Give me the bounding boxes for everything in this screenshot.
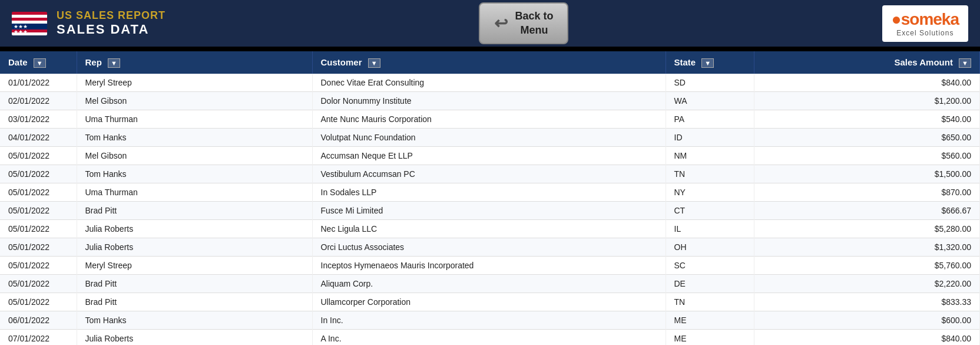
cell-state: SC bbox=[666, 257, 754, 275]
table-row: 01/01/2022Meryl StreepDonec Vitae Erat C… bbox=[0, 74, 980, 92]
cell-customer: Volutpat Nunc Foundation bbox=[312, 129, 666, 147]
filter-amount-button[interactable]: ▼ bbox=[959, 58, 971, 68]
cell-customer: Dolor Nonummy Institute bbox=[312, 92, 666, 110]
cell-amount: $840.00 bbox=[754, 330, 980, 345]
cell-customer: Nec Ligula LLC bbox=[312, 220, 666, 238]
table-row: 05/01/2022Uma ThurmanIn Sodales LLPNY$87… bbox=[0, 183, 980, 202]
cell-customer: A Inc. bbox=[312, 330, 666, 345]
col-header-rep: Rep ▼ bbox=[77, 51, 312, 74]
cell-rep: Uma Thurman bbox=[77, 110, 312, 129]
cell-rep: Julia Roberts bbox=[77, 238, 312, 257]
header: ★★★★★★ US SALES REPORT SALES DATA ↩ Back… bbox=[0, 0, 980, 47]
filter-rep-button[interactable]: ▼ bbox=[108, 58, 120, 68]
cell-amount: $2,220.00 bbox=[754, 275, 980, 293]
cell-date: 01/01/2022 bbox=[0, 74, 77, 92]
cell-date: 04/01/2022 bbox=[0, 129, 77, 147]
cell-rep: Brad Pitt bbox=[77, 202, 312, 220]
cell-state: ID bbox=[666, 129, 754, 147]
cell-amount: $5,280.00 bbox=[754, 220, 980, 238]
filter-customer-button[interactable]: ▼ bbox=[368, 58, 380, 68]
table-row: 05/01/2022Brad PittFusce Mi LimitedCT$66… bbox=[0, 202, 980, 220]
cell-customer: Donec Vitae Erat Consulting bbox=[312, 74, 666, 92]
filter-state-button[interactable]: ▼ bbox=[701, 58, 714, 68]
table-row: 05/01/2022Mel GibsonAccumsan Neque Et LL… bbox=[0, 147, 980, 165]
col-header-state: State ▼ bbox=[666, 51, 754, 74]
cell-customer: Ante Nunc Mauris Corporation bbox=[312, 110, 666, 129]
back-arrow-icon: ↩ bbox=[494, 14, 508, 33]
table-container: Date ▼ Rep ▼ Customer ▼ State ▼ Sales Am… bbox=[0, 51, 980, 345]
back-button-label: Back toMenu bbox=[515, 9, 553, 37]
cell-customer: In Sodales LLP bbox=[312, 183, 666, 202]
cell-customer: In Inc. bbox=[312, 311, 666, 330]
cell-rep: Tom Hanks bbox=[77, 129, 312, 147]
table-row: 06/01/2022Tom HanksIn Inc.ME$600.00 bbox=[0, 311, 980, 330]
cell-customer: Fusce Mi Limited bbox=[312, 202, 666, 220]
col-header-customer: Customer ▼ bbox=[312, 51, 666, 74]
cell-customer: Ullamcorper Corporation bbox=[312, 293, 666, 311]
cell-rep: Tom Hanks bbox=[77, 165, 312, 183]
cell-amount: $870.00 bbox=[754, 183, 980, 202]
col-header-date: Date ▼ bbox=[0, 51, 77, 74]
table-row: 02/01/2022Mel GibsonDolor Nonummy Instit… bbox=[0, 92, 980, 110]
cell-amount: $5,760.00 bbox=[754, 257, 980, 275]
cell-amount: $600.00 bbox=[754, 311, 980, 330]
cell-state: OH bbox=[666, 238, 754, 257]
cell-customer: Accumsan Neque Et LLP bbox=[312, 147, 666, 165]
table-row: 05/01/2022Julia RobertsNec Ligula LLCIL$… bbox=[0, 220, 980, 238]
cell-date: 05/01/2022 bbox=[0, 202, 77, 220]
cell-amount: $540.00 bbox=[754, 110, 980, 129]
cell-customer: Inceptos Hymenaeos Mauris Incorporated bbox=[312, 257, 666, 275]
cell-date: 06/01/2022 bbox=[0, 311, 77, 330]
cell-date: 05/01/2022 bbox=[0, 238, 77, 257]
cell-amount: $650.00 bbox=[754, 129, 980, 147]
cell-rep: Mel Gibson bbox=[77, 92, 312, 110]
cell-customer: Aliquam Corp. bbox=[312, 275, 666, 293]
sales-table: Date ▼ Rep ▼ Customer ▼ State ▼ Sales Am… bbox=[0, 51, 980, 345]
cell-state: NY bbox=[666, 183, 754, 202]
cell-state: SD bbox=[666, 74, 754, 92]
filter-date-button[interactable]: ▼ bbox=[34, 58, 46, 68]
cell-state: TN bbox=[666, 165, 754, 183]
cell-amount: $1,320.00 bbox=[754, 238, 980, 257]
cell-rep: Brad Pitt bbox=[77, 293, 312, 311]
cell-rep: Uma Thurman bbox=[77, 183, 312, 202]
cell-rep: Meryl Streep bbox=[77, 257, 312, 275]
someka-logo: ●someka Excel Solutions bbox=[882, 5, 968, 42]
table-row: 05/01/2022Brad PittUllamcorper Corporati… bbox=[0, 293, 980, 311]
cell-date: 02/01/2022 bbox=[0, 92, 77, 110]
cell-rep: Julia Roberts bbox=[77, 220, 312, 238]
table-header-row: Date ▼ Rep ▼ Customer ▼ State ▼ Sales Am… bbox=[0, 51, 980, 74]
logo-sub: Excel Solutions bbox=[896, 29, 953, 37]
cell-rep: Meryl Streep bbox=[77, 74, 312, 92]
table-row: 05/01/2022Julia RobertsOrci Luctus Assoc… bbox=[0, 238, 980, 257]
col-header-amount: Sales Amount ▼ bbox=[754, 51, 980, 74]
cell-amount: $840.00 bbox=[754, 74, 980, 92]
cell-date: 05/01/2022 bbox=[0, 257, 77, 275]
cell-date: 05/01/2022 bbox=[0, 147, 77, 165]
table-row: 07/01/2022Julia RobertsA Inc.ME$840.00 bbox=[0, 330, 980, 345]
cell-date: 03/01/2022 bbox=[0, 110, 77, 129]
cell-rep: Mel Gibson bbox=[77, 147, 312, 165]
cell-date: 05/01/2022 bbox=[0, 275, 77, 293]
header-titles: US SALES REPORT SALES DATA bbox=[57, 9, 165, 37]
logo-text: ●someka bbox=[892, 10, 959, 29]
cell-state: CT bbox=[666, 202, 754, 220]
report-title: US SALES REPORT bbox=[57, 9, 165, 22]
table-body: 01/01/2022Meryl StreepDonec Vitae Erat C… bbox=[0, 74, 980, 345]
cell-state: DE bbox=[666, 275, 754, 293]
cell-amount: $1,200.00 bbox=[754, 92, 980, 110]
sub-title: SALES DATA bbox=[57, 22, 165, 37]
cell-amount: $1,500.00 bbox=[754, 165, 980, 183]
cell-rep: Tom Hanks bbox=[77, 311, 312, 330]
back-to-menu-button[interactable]: ↩ Back toMenu bbox=[479, 2, 568, 44]
table-row: 04/01/2022Tom HanksVolutpat Nunc Foundat… bbox=[0, 129, 980, 147]
cell-state: IL bbox=[666, 220, 754, 238]
table-row: 05/01/2022Brad PittAliquam Corp.DE$2,220… bbox=[0, 275, 980, 293]
header-left: ★★★★★★ US SALES REPORT SALES DATA bbox=[12, 9, 165, 37]
table-row: 05/01/2022Tom HanksVestibulum Accumsan P… bbox=[0, 165, 980, 183]
cell-date: 07/01/2022 bbox=[0, 330, 77, 345]
cell-customer: Orci Luctus Associates bbox=[312, 238, 666, 257]
cell-state: ME bbox=[666, 311, 754, 330]
cell-amount: $833.33 bbox=[754, 293, 980, 311]
cell-state: PA bbox=[666, 110, 754, 129]
